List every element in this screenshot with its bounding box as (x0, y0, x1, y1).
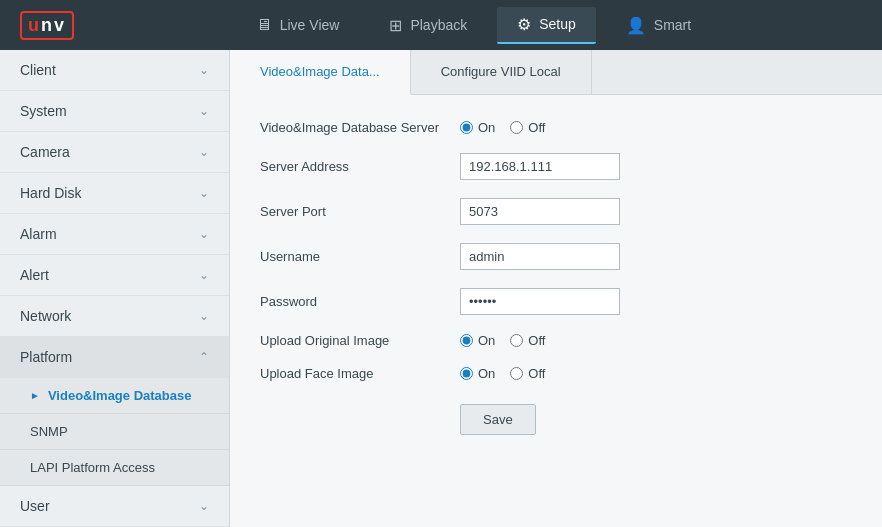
chevron-down-icon: ⌄ (199, 309, 209, 323)
chevron-down-icon: ⌄ (199, 499, 209, 513)
radio-input-upload-original-on[interactable] (460, 334, 473, 347)
monitor-icon: 🖥 (256, 16, 272, 34)
nav-items: 🖥 Live View ⊞ Playback ⚙ Setup 👤 Smart (85, 7, 862, 44)
logo: unv (20, 11, 74, 40)
sidebar: Client ⌄ System ⌄ Camera ⌄ Hard Disk ⌄ A… (0, 50, 230, 527)
radio-upload-face-off[interactable]: Off (510, 366, 545, 381)
form-row-upload-face: Upload Face Image On Off (260, 366, 852, 381)
sidebar-item-alarm[interactable]: Alarm ⌄ (0, 214, 229, 255)
radio-input-upload-original-off[interactable] (510, 334, 523, 347)
save-button[interactable]: Save (460, 404, 536, 435)
sidebar-item-lapi[interactable]: LAPI Platform Access (0, 450, 229, 486)
form-row-username: Username (260, 243, 852, 270)
top-nav: unv 🖥 Live View ⊞ Playback ⚙ Setup 👤 Sma… (0, 0, 882, 50)
radio-upload-original-on[interactable]: On (460, 333, 495, 348)
sidebar-item-hard-disk[interactable]: Hard Disk ⌄ (0, 173, 229, 214)
password-input[interactable] (460, 288, 620, 315)
sidebar-item-network[interactable]: Network ⌄ (0, 296, 229, 337)
nav-item-setup[interactable]: ⚙ Setup (497, 7, 596, 44)
control-server-port (460, 198, 620, 225)
nav-item-smart[interactable]: 👤 Smart (606, 8, 711, 43)
radio-upload-original-off[interactable]: Off (510, 333, 545, 348)
radio-input-db-server-off[interactable] (510, 121, 523, 134)
form-row-save: Save (260, 399, 852, 435)
chevron-down-icon: ⌄ (199, 186, 209, 200)
label-upload-face: Upload Face Image (260, 366, 460, 381)
radio-upload-original: On Off (460, 333, 545, 348)
control-password (460, 288, 620, 315)
sidebar-item-alert[interactable]: Alert ⌄ (0, 255, 229, 296)
gear-icon: ⚙ (517, 15, 531, 34)
radio-db-server-on[interactable]: On (460, 120, 495, 135)
sidebar-item-snmp[interactable]: SNMP (0, 414, 229, 450)
server-port-input[interactable] (460, 198, 620, 225)
label-username: Username (260, 249, 460, 264)
username-input[interactable] (460, 243, 620, 270)
control-username (460, 243, 620, 270)
tabs: Video&Image Data... Configure VIID Local (230, 50, 882, 95)
radio-db-server-off[interactable]: Off (510, 120, 545, 135)
chevron-up-icon: ⌃ (199, 350, 209, 364)
label-db-server: Video&Image Database Server (260, 120, 460, 135)
label-server-port: Server Port (260, 204, 460, 219)
sidebar-item-video-image-db[interactable]: ► Video&Image Database (0, 378, 229, 414)
sidebar-item-system[interactable]: System ⌄ (0, 91, 229, 132)
label-upload-original: Upload Original Image (260, 333, 460, 348)
tab-video-image-data[interactable]: Video&Image Data... (230, 50, 411, 95)
radio-input-upload-face-on[interactable] (460, 367, 473, 380)
server-address-input[interactable] (460, 153, 620, 180)
radio-input-upload-face-off[interactable] (510, 367, 523, 380)
sidebar-item-platform[interactable]: Platform ⌃ (0, 337, 229, 378)
chevron-down-icon: ⌄ (199, 104, 209, 118)
sidebar-item-user[interactable]: User ⌄ (0, 486, 229, 527)
radio-db-server: On Off (460, 120, 545, 135)
chevron-down-icon: ⌄ (199, 268, 209, 282)
person-icon: 👤 (626, 16, 646, 35)
main-layout: Client ⌄ System ⌄ Camera ⌄ Hard Disk ⌄ A… (0, 50, 882, 527)
radio-upload-face-on[interactable]: On (460, 366, 495, 381)
label-server-address: Server Address (260, 159, 460, 174)
chevron-down-icon: ⌄ (199, 63, 209, 77)
nav-item-playback[interactable]: ⊞ Playback (369, 8, 487, 43)
sidebar-item-camera[interactable]: Camera ⌄ (0, 132, 229, 173)
grid-icon: ⊞ (389, 16, 402, 35)
form-row-server-port: Server Port (260, 198, 852, 225)
control-server-address (460, 153, 620, 180)
form-row-password: Password (260, 288, 852, 315)
label-password: Password (260, 294, 460, 309)
form-row-db-server: Video&Image Database Server On Off (260, 120, 852, 135)
form-row-server-address: Server Address (260, 153, 852, 180)
chevron-down-icon: ⌄ (199, 227, 209, 241)
form-row-upload-original: Upload Original Image On Off (260, 333, 852, 348)
sidebar-item-client[interactable]: Client ⌄ (0, 50, 229, 91)
radio-upload-face: On Off (460, 366, 545, 381)
platform-submenu: ► Video&Image Database SNMP LAPI Platfor… (0, 378, 229, 486)
main-content: Video&Image Data... Configure VIID Local… (230, 50, 882, 527)
tab-configure-viid[interactable]: Configure VIID Local (411, 50, 592, 94)
radio-input-db-server-on[interactable] (460, 121, 473, 134)
form-content: Video&Image Database Server On Off Serve… (230, 95, 882, 478)
chevron-down-icon: ⌄ (199, 145, 209, 159)
arrow-right-icon: ► (30, 390, 40, 401)
nav-item-live-view[interactable]: 🖥 Live View (236, 8, 360, 42)
